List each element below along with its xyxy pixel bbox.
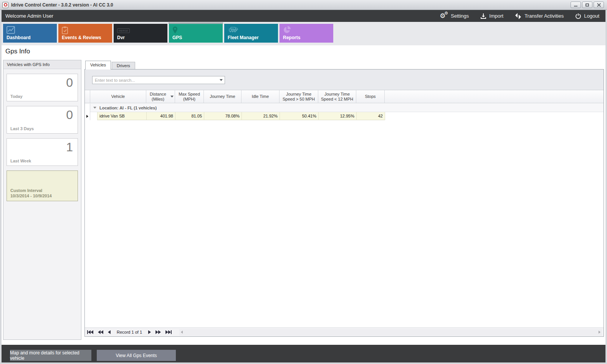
top-bar: Welcome Admin User ⚙⚙ Settings Import Tr… bbox=[2, 10, 605, 22]
row-indicator-cell bbox=[85, 104, 90, 112]
card-custom-interval[interactable]: Custom Interval 10/3/2014 - 10/9/2014 bbox=[7, 170, 78, 201]
card-today[interactable]: 0 Today bbox=[7, 74, 78, 101]
power-icon bbox=[575, 13, 581, 19]
tile-dvr[interactable]: MERGE Dvr bbox=[114, 24, 167, 43]
gears-icon: ⚙⚙ bbox=[440, 12, 448, 20]
tile-gps[interactable]: GPS bbox=[169, 24, 223, 43]
settings-button[interactable]: ⚙⚙ Settings bbox=[440, 12, 469, 20]
header-indicator-cell bbox=[85, 90, 90, 103]
card-last-week[interactable]: 1 Last Week bbox=[7, 138, 78, 166]
cell-stops: 42 bbox=[357, 112, 385, 120]
line-chart-icon bbox=[7, 26, 16, 34]
selected-tile-indicator bbox=[169, 23, 223, 23]
maximize-icon bbox=[585, 3, 589, 7]
card-value: 1 bbox=[66, 140, 73, 154]
row-filler bbox=[385, 112, 604, 120]
column-header-journey-lt12[interactable]: Journey Time Speed < 12 MPH bbox=[318, 90, 356, 103]
close-button[interactable] bbox=[594, 2, 604, 8]
tile-events-reviews[interactable]: Events & Reviews bbox=[58, 24, 112, 43]
group-row-location[interactable]: Location: Al - FL (1 vehicles) bbox=[90, 104, 604, 112]
focused-row-icon bbox=[86, 115, 88, 118]
welcome-text: Welcome Admin User bbox=[5, 13, 53, 19]
column-header-journey-time[interactable]: Journey Time bbox=[204, 90, 241, 103]
column-header-idle-time[interactable]: Idle Time bbox=[241, 90, 280, 103]
tile-label: Events & Reviews bbox=[62, 35, 101, 40]
horizontal-scrollbar[interactable] bbox=[179, 329, 602, 336]
scroll-left-icon[interactable] bbox=[181, 331, 183, 334]
title-bar: Idrive Control Center - 3.0.2 version - … bbox=[0, 0, 607, 10]
prev-record-button[interactable] bbox=[108, 330, 111, 334]
search-input[interactable] bbox=[93, 78, 218, 83]
panel-header: Vehicles with GPS Info bbox=[3, 60, 81, 69]
last-record-button[interactable] bbox=[165, 330, 172, 334]
trucks-icon bbox=[228, 26, 237, 34]
card-last-3-days[interactable]: 0 Last 3 Days bbox=[7, 106, 78, 134]
tile-label: Dashboard bbox=[7, 35, 31, 40]
dvr-icon: MERGE bbox=[117, 26, 126, 34]
card-label: Last Week bbox=[10, 159, 31, 163]
cell-journey-gt50: 50.41% bbox=[280, 112, 319, 120]
cell-max-speed: 81.05 bbox=[175, 112, 204, 120]
table-row[interactable]: idrive Van SB 401.98 81.05 78.08% 21.92%… bbox=[85, 112, 604, 120]
page-title: Gps Info bbox=[5, 48, 30, 55]
module-nav: Dashboard Events & Reviews MERGE Dvr GPS bbox=[2, 22, 605, 45]
tile-reports[interactable]: Reports bbox=[280, 24, 333, 43]
map-details-button[interactable]: Map and more details for selected vehicl… bbox=[10, 350, 91, 361]
tile-label: Reports bbox=[283, 35, 300, 40]
transfer-icon bbox=[515, 13, 522, 20]
tile-label: GPS bbox=[172, 35, 182, 40]
column-header-vehicle[interactable]: Vehicle bbox=[90, 90, 146, 103]
cell-distance: 401.98 bbox=[147, 112, 175, 120]
clipboard-check-icon bbox=[62, 26, 71, 34]
column-header-distance[interactable]: Distance (Miles) bbox=[146, 90, 175, 103]
card-label: Custom Interval 10/3/2014 - 10/9/2014 bbox=[10, 188, 52, 199]
gps-summary-panel: Vehicles with GPS Info 0 Today 0 Last 3 … bbox=[3, 60, 81, 340]
minimize-button[interactable] bbox=[571, 2, 581, 8]
column-header-max-speed[interactable]: Max Speed (MPH) bbox=[175, 90, 204, 103]
tab-drivers[interactable]: Drivers bbox=[112, 62, 135, 69]
card-label: Last 3 Days bbox=[10, 126, 34, 131]
scroll-right-icon[interactable] bbox=[599, 331, 600, 334]
minimize-icon bbox=[574, 6, 577, 7]
tile-label: Dvr bbox=[117, 35, 125, 40]
import-icon bbox=[480, 13, 486, 19]
card-value: 0 bbox=[66, 76, 73, 90]
group-row: Location: Al - FL (1 vehicles) bbox=[85, 104, 604, 112]
record-count-text: Record 1 of 1 bbox=[117, 330, 142, 334]
chevron-down-icon bbox=[220, 79, 223, 81]
grid-container: Vehicle Distance (Miles) Max Speed (MPH)… bbox=[84, 69, 604, 337]
maximize-button[interactable] bbox=[582, 2, 592, 8]
cell-journey-time: 78.08% bbox=[204, 112, 242, 120]
view-all-gps-events-button[interactable]: View All Gps Events bbox=[97, 350, 176, 361]
first-record-button[interactable] bbox=[87, 330, 93, 334]
card-label: Today bbox=[10, 94, 23, 99]
sort-desc-icon bbox=[170, 96, 174, 98]
tile-dashboard[interactable]: Dashboard bbox=[3, 24, 57, 43]
search-combo bbox=[92, 76, 225, 84]
prev-page-button[interactable] bbox=[98, 330, 103, 334]
window-frame-bottom bbox=[0, 362, 607, 364]
import-button[interactable]: Import bbox=[480, 13, 503, 19]
logout-button[interactable]: Logout bbox=[575, 13, 599, 19]
collapse-icon[interactable] bbox=[93, 107, 96, 109]
transfer-activities-button[interactable]: Transfer Activities bbox=[515, 13, 564, 20]
search-dropdown-button[interactable] bbox=[218, 79, 225, 81]
row-indicator-cell bbox=[85, 112, 90, 120]
window-frame-right bbox=[605, 10, 607, 362]
window-frame-left bbox=[0, 10, 2, 362]
pager-bar: Record 1 of 1 bbox=[85, 328, 604, 336]
column-header-stops[interactable]: Stops bbox=[356, 90, 385, 103]
pie-chart-icon bbox=[283, 26, 292, 34]
app-logo-icon bbox=[2, 2, 8, 8]
tile-fleet-manager[interactable]: Fleet Manager bbox=[224, 24, 278, 43]
group-indent-cell bbox=[90, 112, 98, 120]
main-panel: Vehicles Drivers Vehicle Distance (Miles… bbox=[84, 60, 604, 340]
next-record-button[interactable] bbox=[148, 330, 151, 334]
column-header-journey-gt50[interactable]: Journey Time Speed > 50 MPH bbox=[280, 90, 318, 103]
tab-vehicles[interactable]: Vehicles bbox=[85, 61, 111, 69]
cell-idle-time: 21.92% bbox=[242, 112, 280, 120]
grid-header-row: Vehicle Distance (Miles) Max Speed (MPH)… bbox=[85, 90, 604, 103]
next-page-button[interactable] bbox=[155, 330, 161, 334]
search-band bbox=[85, 69, 604, 90]
window-title: Idrive Control Center - 3.0.2 version - … bbox=[11, 2, 113, 8]
